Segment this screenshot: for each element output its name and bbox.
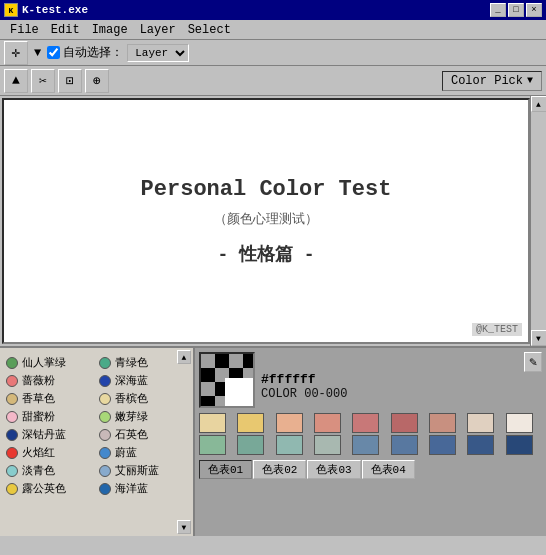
color-tab-1[interactable]: 色表01 <box>199 460 252 479</box>
menu-layer[interactable]: Layer <box>134 22 182 38</box>
color-tabs: 色表01色表02色表03色表04 <box>199 460 542 479</box>
color-swatch[interactable] <box>352 435 379 455</box>
color-swatch[interactable] <box>314 435 341 455</box>
bottom-section: ▲ 仙人掌绿青绿色蔷薇粉深海蓝香草色香槟色甜蜜粉嫩芽绿深钴丹蓝石英色火焰红蔚蓝淡… <box>0 346 546 536</box>
color-list-item[interactable]: 艾丽斯蓝 <box>99 462 188 479</box>
color-swatch[interactable] <box>199 435 226 455</box>
color-swatch[interactable] <box>429 413 456 433</box>
color-list-item[interactable]: 火焰红 <box>6 444 95 461</box>
close-button[interactable]: × <box>526 3 542 17</box>
color-list-item[interactable]: 嫩芽绿 <box>99 408 188 425</box>
canvas-scrollbar: ▲ ▼ <box>530 96 546 346</box>
color-list-item[interactable]: 香草色 <box>6 390 95 407</box>
color-tab-3[interactable]: 色表03 <box>307 460 360 479</box>
color-swatch[interactable] <box>276 413 303 433</box>
color-swatch[interactable] <box>467 435 494 455</box>
color-list-item[interactable]: 甜蜜粉 <box>6 408 95 425</box>
color-list-item[interactable]: 香槟色 <box>99 390 188 407</box>
hex-value: #ffffff <box>261 372 542 387</box>
menu-bar: File Edit Image Layer Select <box>0 20 546 40</box>
color-list-item[interactable]: 深海蓝 <box>99 372 188 389</box>
crosshair-tool-button[interactable]: ⊕ <box>85 69 109 93</box>
lasso-tool-button[interactable]: ✂ <box>31 69 55 93</box>
color-swatch[interactable] <box>352 413 379 433</box>
color-swatches <box>199 413 542 455</box>
color-pick-dropdown-icon: ▼ <box>527 75 533 86</box>
maximize-button[interactable]: □ <box>508 3 524 17</box>
auto-select-checkbox[interactable] <box>47 46 60 59</box>
canvas-subtitle: （颜色心理测试） <box>214 210 318 228</box>
menu-edit[interactable]: Edit <box>45 22 86 38</box>
select-tool-button[interactable]: ▲ <box>4 69 28 93</box>
color-list-item[interactable]: 蔷薇粉 <box>6 372 95 389</box>
toolbar-2: ▲ ✂ ⊡ ⊕ Color Pick ▼ <box>0 66 546 96</box>
color-tab-2[interactable]: 色表02 <box>253 460 306 479</box>
color-swatch[interactable] <box>276 435 303 455</box>
window-controls: _ □ × <box>490 3 542 17</box>
color-list-item[interactable]: 石英色 <box>99 426 188 443</box>
picker-top: ✎ #ffffff COLOR 00-000 <box>199 352 542 408</box>
canvas-section: - 性格篇 - <box>217 242 314 266</box>
color-tab-4[interactable]: 色表04 <box>362 460 415 479</box>
pencil-edit-button[interactable]: ✎ <box>524 352 542 372</box>
color-picker-panel: ✎ #ffffff COLOR 00-000 色表01色表02色表03色表04 <box>195 348 546 536</box>
color-swatch[interactable] <box>467 413 494 433</box>
scroll-down-button[interactable]: ▼ <box>531 330 547 346</box>
minimize-button[interactable]: _ <box>490 3 506 17</box>
canvas-title: Personal Color Test <box>141 177 392 202</box>
canvas-watermark: @K_TEST <box>472 323 522 336</box>
color-list-item[interactable]: 海洋蓝 <box>99 480 188 497</box>
color-swatch[interactable] <box>237 435 264 455</box>
color-swatch[interactable] <box>314 413 341 433</box>
color-swatch[interactable] <box>506 413 533 433</box>
auto-select-label: 自动选择： <box>47 44 123 61</box>
move-tool-button[interactable]: ✛ <box>4 41 28 65</box>
color-swatch[interactable] <box>429 435 456 455</box>
app-icon: K <box>4 3 18 17</box>
toolbar-1: ✛ ▼ 自动选择： Layer <box>0 40 546 66</box>
color-list-item[interactable]: 淡青色 <box>6 462 95 479</box>
scroll-up-button[interactable]: ▲ <box>531 96 547 112</box>
app-title: K-test.exe <box>22 4 88 16</box>
color-swatch[interactable] <box>237 413 264 433</box>
color-list: ▲ 仙人掌绿青绿色蔷薇粉深海蓝香草色香槟色甜蜜粉嫩芽绿深钴丹蓝石英色火焰红蔚蓝淡… <box>0 348 195 536</box>
crop-tool-button[interactable]: ⊡ <box>58 69 82 93</box>
color-list-item[interactable]: 青绿色 <box>99 354 188 371</box>
color-preview-white <box>225 378 253 406</box>
color-preview <box>199 352 255 408</box>
color-code: COLOR 00-000 <box>261 387 542 401</box>
color-swatch[interactable] <box>506 435 533 455</box>
color-list-item[interactable]: 仙人掌绿 <box>6 354 95 371</box>
canvas-content: Personal Color Test （颜色心理测试） - 性格篇 - @K_… <box>4 100 528 342</box>
canvas-panel: Personal Color Test （颜色心理测试） - 性格篇 - @K_… <box>2 98 530 344</box>
color-list-scroll-down[interactable]: ▼ <box>177 520 191 534</box>
color-swatch[interactable] <box>391 413 418 433</box>
color-list-scroll-up[interactable]: ▲ <box>177 350 191 364</box>
color-list-item[interactable]: 露公英色 <box>6 480 95 497</box>
menu-select[interactable]: Select <box>182 22 237 38</box>
color-swatch[interactable] <box>199 413 226 433</box>
color-rows: 仙人掌绿青绿色蔷薇粉深海蓝香草色香槟色甜蜜粉嫩芽绿深钴丹蓝石英色火焰红蔚蓝淡青色… <box>2 352 191 499</box>
color-list-item[interactable]: 蔚蓝 <box>99 444 188 461</box>
menu-file[interactable]: File <box>4 22 45 38</box>
menu-image[interactable]: Image <box>86 22 134 38</box>
title-bar: K K-test.exe _ □ × <box>0 0 546 20</box>
color-list-item[interactable]: 深钴丹蓝 <box>6 426 95 443</box>
color-pick-button[interactable]: Color Pick ▼ <box>442 71 542 91</box>
color-swatch[interactable] <box>391 435 418 455</box>
layer-dropdown[interactable]: Layer <box>127 44 189 62</box>
